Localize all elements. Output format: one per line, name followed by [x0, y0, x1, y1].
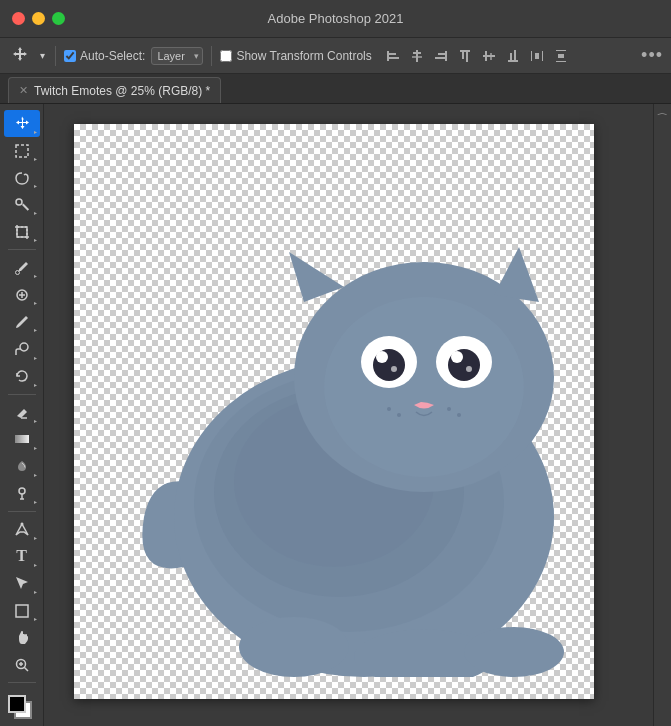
svg-rect-8 — [435, 57, 445, 59]
svg-rect-17 — [514, 50, 516, 60]
distribute-h-button[interactable] — [526, 45, 548, 67]
app-title: Adobe Photoshop 2021 — [268, 11, 404, 26]
svg-point-64 — [464, 627, 564, 677]
pen-tool-btn[interactable]: ▸ — [4, 516, 40, 543]
svg-point-58 — [387, 407, 391, 411]
svg-rect-39 — [16, 605, 28, 617]
panel-expand-button[interactable]: ⟨ — [655, 108, 670, 120]
svg-rect-12 — [483, 55, 495, 57]
magic-wand-btn[interactable]: ▸ — [4, 191, 40, 218]
svg-point-38 — [20, 523, 23, 526]
svg-rect-18 — [531, 51, 532, 61]
text-tool-btn[interactable]: T ▸ — [4, 543, 40, 570]
toolbar-sep-1 — [55, 46, 56, 66]
svg-point-49 — [324, 297, 524, 477]
tab-close-icon[interactable]: ✕ — [19, 84, 28, 97]
transform-label[interactable]: Show Transform Controls — [220, 49, 371, 63]
svg-line-41 — [24, 667, 28, 671]
hand-tool-btn[interactable] — [4, 624, 40, 651]
shape-tool-btn[interactable]: ▸ — [4, 597, 40, 624]
blur-btn[interactable]: ▸ — [4, 453, 40, 480]
align-group — [382, 45, 572, 67]
minimize-button[interactable] — [32, 12, 45, 25]
transform-checkbox[interactable] — [220, 50, 232, 62]
svg-point-35 — [19, 488, 25, 494]
svg-point-62 — [239, 617, 349, 677]
canvas-wrapper — [74, 124, 594, 699]
svg-point-26 — [16, 199, 22, 205]
svg-line-29 — [18, 271, 19, 272]
svg-rect-6 — [445, 51, 447, 61]
auto-select-checkbox[interactable] — [64, 50, 76, 62]
svg-rect-34 — [15, 435, 29, 443]
svg-rect-10 — [462, 52, 464, 59]
toolbar: ▾ Auto-Select: Layer Group Show Transfor… — [0, 38, 671, 74]
align-bottom-button[interactable] — [502, 45, 524, 67]
transform-text: Show Transform Controls — [236, 49, 371, 63]
document-tab[interactable]: ✕ Twitch Emotes @ 25% (RGB/8) * — [8, 77, 221, 103]
tool-sep-2 — [8, 394, 36, 395]
align-left-button[interactable] — [382, 45, 404, 67]
svg-point-55 — [391, 366, 397, 372]
cat-illustration — [74, 124, 594, 699]
tool-sep-4 — [8, 682, 36, 683]
history-brush-btn[interactable]: ▸ — [4, 363, 40, 390]
clone-stamp-btn[interactable]: ▸ — [4, 335, 40, 362]
distribute-v-button[interactable] — [550, 45, 572, 67]
toolbar-sep-2 — [211, 46, 212, 66]
move-tool-icon[interactable] — [8, 43, 32, 69]
left-toolbar: ▸ ▸ ▸ ▸ ▸ — [0, 104, 44, 726]
tab-bar: ✕ Twitch Emotes @ 25% (RGB/8) * — [0, 74, 671, 104]
main-layout: ▸ ▸ ▸ ▸ ▸ — [0, 104, 671, 726]
svg-rect-23 — [558, 54, 564, 58]
align-middle-button[interactable] — [478, 45, 500, 67]
healing-brush-btn[interactable]: ▸ — [4, 281, 40, 308]
crop-tool-btn[interactable]: ▸ — [4, 218, 40, 245]
lasso-tool-btn[interactable]: ▸ — [4, 164, 40, 191]
auto-select-label[interactable]: Auto-Select: — [64, 49, 145, 63]
svg-point-60 — [447, 407, 451, 411]
svg-point-33 — [20, 343, 28, 351]
move-tool-dropdown[interactable]: ▾ — [38, 48, 47, 63]
eraser-btn[interactable]: ▸ — [4, 399, 40, 426]
gradient-btn[interactable]: ▸ — [4, 426, 40, 453]
svg-point-56 — [451, 351, 463, 363]
layer-select[interactable]: Layer Group — [151, 47, 203, 65]
tool-sep-1 — [8, 249, 36, 250]
title-bar: Adobe Photoshop 2021 — [0, 0, 671, 38]
svg-rect-25 — [22, 203, 29, 210]
svg-rect-21 — [556, 50, 566, 51]
svg-point-57 — [466, 366, 472, 372]
svg-rect-27 — [17, 227, 27, 237]
svg-rect-5 — [412, 56, 422, 58]
svg-rect-11 — [466, 52, 468, 62]
brush-tool-btn[interactable]: ▸ — [4, 308, 40, 335]
path-selection-btn[interactable]: ▸ — [4, 570, 40, 597]
foreground-color-swatch[interactable] — [8, 695, 26, 713]
align-top-button[interactable] — [454, 45, 476, 67]
svg-rect-2 — [389, 57, 399, 59]
tool-sep-3 — [8, 511, 36, 512]
svg-rect-4 — [413, 52, 421, 54]
align-right-button[interactable] — [430, 45, 452, 67]
marquee-tool-btn[interactable]: ▸ — [4, 137, 40, 164]
close-button[interactable] — [12, 12, 25, 25]
move-tool-btn[interactable]: ▸ — [4, 110, 40, 137]
align-center-h-button[interactable] — [406, 45, 428, 67]
color-swatches[interactable] — [4, 691, 40, 726]
zoom-tool-btn[interactable] — [4, 651, 40, 678]
auto-select-text: Auto-Select: — [80, 49, 145, 63]
svg-rect-20 — [535, 53, 539, 59]
more-options-button[interactable]: ••• — [641, 45, 663, 66]
svg-rect-19 — [542, 51, 543, 61]
window-controls[interactable] — [12, 12, 65, 25]
svg-rect-7 — [438, 53, 445, 55]
tab-label: Twitch Emotes @ 25% (RGB/8) * — [34, 84, 210, 98]
svg-point-61 — [457, 413, 461, 417]
layer-select-wrap[interactable]: Layer Group — [151, 47, 203, 65]
svg-rect-24 — [16, 145, 28, 157]
maximize-button[interactable] — [52, 12, 65, 25]
dodge-btn[interactable]: ▸ — [4, 480, 40, 507]
eyedropper-btn[interactable]: ▸ — [4, 254, 40, 281]
svg-rect-16 — [510, 53, 512, 60]
